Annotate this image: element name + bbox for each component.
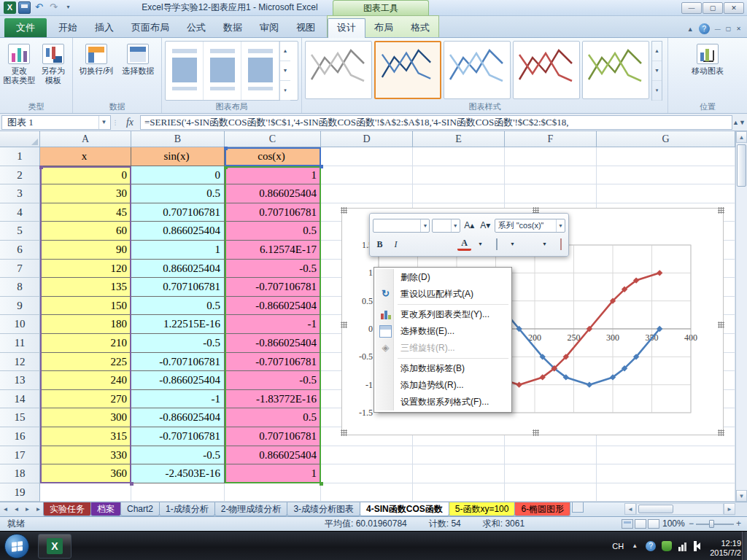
cell-A19[interactable]: [40, 483, 131, 502]
font-size-combo[interactable]: ▼: [432, 219, 460, 233]
select-all-button[interactable]: [0, 131, 40, 147]
sheet-tab-8[interactable]: 6-椭圆图形: [514, 502, 570, 516]
layout-gallery-scroll[interactable]: ▲▼▾: [279, 42, 290, 100]
horizontal-scrollbar[interactable]: ◄ ►: [624, 502, 735, 515]
row-header-17[interactable]: 17: [0, 446, 40, 465]
cell-A7[interactable]: 120: [40, 260, 131, 279]
cell-A5[interactable]: 60: [40, 222, 131, 241]
scroll-right-icon[interactable]: ►: [724, 503, 735, 515]
language-indicator[interactable]: CH: [612, 542, 624, 551]
cell-A6[interactable]: 90: [40, 241, 131, 260]
cell-C12[interactable]: -0.707106781: [225, 353, 321, 372]
redo-icon[interactable]: [47, 1, 60, 14]
insert-function-button[interactable]: fx: [120, 117, 140, 128]
font-name-combo[interactable]: ▼: [373, 219, 430, 233]
row-header-16[interactable]: 16: [0, 427, 40, 446]
cell-G2[interactable]: [597, 166, 735, 185]
cell-B7[interactable]: 0.866025404: [131, 260, 225, 279]
cell-D1[interactable]: [321, 147, 413, 166]
tab-file[interactable]: 文件: [4, 18, 47, 37]
minimize-ribbon-icon[interactable]: ▲: [687, 26, 694, 33]
cell-C8[interactable]: -0.707106781: [225, 278, 321, 297]
name-box-dropdown-icon[interactable]: ▼: [98, 116, 109, 129]
row-header-2[interactable]: 2: [0, 166, 40, 185]
minimize-button[interactable]: —: [681, 2, 702, 14]
cell-A3[interactable]: 30: [40, 184, 131, 203]
cell-A1[interactable]: x: [40, 147, 131, 166]
select-data-button[interactable]: 选择数据: [118, 41, 159, 102]
cell-C2[interactable]: 1: [225, 166, 321, 185]
cell-E19[interactable]: [413, 483, 505, 502]
align-right-button[interactable]: [439, 238, 453, 252]
tab-home[interactable]: 开始: [50, 18, 86, 37]
cell-E3[interactable]: [413, 184, 505, 203]
cell-G18[interactable]: [597, 464, 735, 483]
menu-item-add-trendline[interactable]: 添加趋势线(R)...: [376, 377, 510, 394]
cell-B10[interactable]: 1.22515E-16: [131, 315, 225, 334]
hidden-icons-icon[interactable]: ▲: [630, 541, 640, 551]
cell-A8[interactable]: 135: [40, 278, 131, 297]
column-header-F[interactable]: F: [505, 131, 597, 147]
align-left-button[interactable]: [407, 238, 421, 252]
row-header-19[interactable]: 19: [0, 483, 40, 502]
cell-G19[interactable]: [597, 483, 735, 502]
cell-C6[interactable]: 6.12574E-17: [225, 241, 321, 260]
cell-F18[interactable]: [505, 464, 597, 483]
shrink-font-button[interactable]: A▾: [479, 219, 492, 233]
cell-C11[interactable]: -0.866025404: [225, 334, 321, 353]
tab-page-layout[interactable]: 页面布局: [123, 18, 178, 37]
cell-A11[interactable]: 210: [40, 334, 131, 353]
row-header-4[interactable]: 4: [0, 203, 40, 222]
column-header-A[interactable]: A: [40, 131, 131, 147]
volume-icon[interactable]: [694, 541, 704, 551]
undo-icon[interactable]: [33, 1, 45, 14]
fill-color-dropdown-icon[interactable]: ▼: [506, 238, 519, 252]
tray-help-icon[interactable]: ?: [646, 541, 656, 551]
cell-E17[interactable]: [413, 446, 505, 465]
cell-G1[interactable]: [597, 147, 735, 166]
save-as-template-button[interactable]: 另存为 模板: [37, 41, 70, 102]
cell-B4[interactable]: 0.707106781: [131, 203, 225, 222]
cell-A9[interactable]: 150: [40, 297, 131, 316]
chart-handle-ml[interactable]: [341, 322, 347, 328]
chart-style-thumb-3[interactable]: [444, 41, 511, 99]
cell-C10[interactable]: -1: [225, 315, 321, 334]
cell-A2[interactable]: 0: [40, 166, 131, 185]
cell-C9[interactable]: -0.866025404: [225, 297, 321, 316]
horizontal-scroll-thumb[interactable]: [638, 505, 673, 513]
cell-B12[interactable]: -0.707106781: [131, 353, 225, 372]
row-header-1[interactable]: 1: [0, 147, 40, 166]
grow-font-button[interactable]: A▴: [462, 219, 476, 233]
cell-C16[interactable]: 0.707106781: [225, 427, 321, 446]
tray-clock[interactable]: 12:19 2015/7/2: [710, 534, 741, 558]
cell-A4[interactable]: 45: [40, 203, 131, 222]
menu-item-add-data-labels[interactable]: 添加数据标签(B): [376, 360, 510, 377]
sheet-tab-4[interactable]: 2-物理成绩分析: [214, 502, 288, 516]
fill-color-button[interactable]: [489, 238, 503, 252]
cell-F19[interactable]: [505, 483, 597, 502]
move-chart-button[interactable]: 移动图表: [686, 41, 729, 102]
row-header-18[interactable]: 18: [0, 464, 40, 483]
cell-C17[interactable]: 0.866025404: [225, 446, 321, 465]
row-header-14[interactable]: 14: [0, 390, 40, 409]
tab-formulas[interactable]: 公式: [178, 18, 214, 37]
column-header-D[interactable]: D: [321, 131, 413, 147]
cell-C3[interactable]: 0.866025404: [225, 184, 321, 203]
show-desktop-button[interactable]: [742, 532, 747, 560]
cell-B5[interactable]: 0.866025404: [131, 222, 225, 241]
tab-data[interactable]: 数据: [214, 18, 251, 37]
first-sheet-icon[interactable]: ◄: [0, 502, 11, 516]
vertical-scroll-thumb[interactable]: [737, 144, 746, 187]
menu-item-format-data-series[interactable]: 设置数据系列格式(F)...: [376, 394, 510, 411]
cell-C4[interactable]: 0.707106781: [225, 203, 321, 222]
formula-input[interactable]: =SERIES('4-SIN函数COS函数'!$C$1,'4-SIN函数COS函…: [140, 115, 732, 130]
chart-style-thumb-4[interactable]: [513, 41, 580, 99]
insert-sheet-tab[interactable]: [572, 502, 584, 513]
security-shield-icon[interactable]: [662, 541, 672, 551]
cell-B16[interactable]: -0.707106781: [131, 427, 225, 446]
taskbar-excel-button[interactable]: X: [38, 534, 71, 559]
sheet-tab-1[interactable]: 档案: [90, 502, 121, 516]
normal-view-icon[interactable]: [622, 519, 633, 529]
bold-button[interactable]: B: [373, 238, 387, 252]
name-box[interactable]: 图表 1▼: [1, 115, 111, 130]
